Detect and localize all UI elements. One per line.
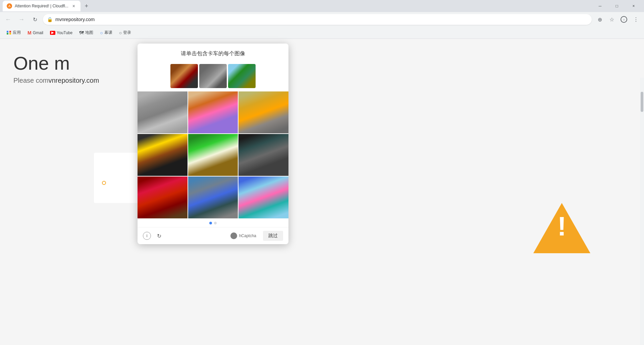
menu-icon[interactable]: ⋮ bbox=[631, 14, 641, 25]
bookmarks-bar: 应用 M Gmail YouTube 🗺 地图 ○ 幕课 ○ 登录 bbox=[0, 27, 644, 39]
domain-text: vnrepository.com bbox=[49, 77, 99, 84]
bookmark-coursera-label: 幕课 bbox=[104, 30, 112, 36]
bookmark-gmail[interactable]: M Gmail bbox=[25, 29, 46, 37]
bookmark-apps[interactable]: 应用 bbox=[4, 28, 23, 37]
maximize-button[interactable]: □ bbox=[609, 1, 625, 11]
grid-image-5[interactable] bbox=[188, 134, 238, 176]
url-text: mvnrepository.com bbox=[55, 17, 95, 22]
bookmark-maps-label: 地图 bbox=[85, 30, 93, 36]
reference-images bbox=[138, 61, 288, 91]
bookmark-star-icon[interactable]: ☆ bbox=[606, 14, 617, 25]
image-grid bbox=[138, 91, 288, 219]
account-icon[interactable]: ○ bbox=[619, 14, 629, 25]
reload-button[interactable]: ↻ bbox=[30, 14, 40, 25]
grid-image-4[interactable] bbox=[138, 134, 187, 176]
scrollbar-thumb[interactable] bbox=[641, 92, 643, 112]
tab-favicon: ⚠ bbox=[7, 3, 12, 9]
active-tab[interactable]: ⚠ Attention Required! | Cloudfl... × bbox=[3, 1, 80, 11]
hcaptcha-label: hCaptcha bbox=[239, 233, 256, 238]
close-button[interactable]: × bbox=[626, 1, 641, 11]
address-bar: ← → ↻ 🔒 mvnrepository.com ⊕ ☆ ○ ⋮ bbox=[0, 12, 644, 27]
grid-image-6[interactable] bbox=[238, 134, 288, 176]
page-title: One m bbox=[13, 52, 631, 74]
warning-icon: ! bbox=[533, 203, 590, 253]
grid-image-8[interactable] bbox=[188, 177, 238, 218]
minimize-button[interactable]: ─ bbox=[592, 1, 608, 11]
back-button[interactable]: ← bbox=[3, 14, 13, 25]
hcaptcha-logo: hCaptcha bbox=[230, 232, 256, 239]
modal-header: 请单击包含卡车的每个图像 bbox=[138, 44, 288, 61]
bookmark-youtube-label: YouTube bbox=[57, 30, 72, 35]
reference-image-1[interactable] bbox=[170, 64, 198, 88]
grid-image-9[interactable] bbox=[238, 177, 288, 218]
url-bar[interactable]: 🔒 mvnrepository.com bbox=[43, 14, 592, 25]
bookmark-login[interactable]: ○ 登录 bbox=[116, 28, 134, 37]
reference-image-3[interactable] bbox=[228, 64, 256, 88]
bookmark-login-label: 登录 bbox=[123, 30, 131, 36]
scrollbar[interactable] bbox=[640, 78, 644, 345]
grid-image-2[interactable] bbox=[188, 91, 238, 133]
forward-button[interactable]: → bbox=[16, 14, 27, 25]
page-background: One m Please comvnrepository.com ! bbox=[0, 39, 644, 345]
circle-indicator bbox=[102, 181, 106, 185]
grid-image-1[interactable] bbox=[138, 91, 187, 133]
captcha-modal: 请单击包含卡车的每个图像 i ↻ hCaptcha 跳过 bbox=[138, 44, 288, 244]
bookmark-youtube[interactable]: YouTube bbox=[47, 29, 75, 37]
pagination-dot-1[interactable] bbox=[209, 222, 212, 224]
info-button[interactable]: i bbox=[143, 232, 151, 240]
pagination-dot-2[interactable] bbox=[214, 222, 217, 224]
bookmark-gmail-label: Gmail bbox=[33, 30, 43, 35]
translate-icon[interactable]: ⊕ bbox=[594, 14, 605, 25]
skip-button[interactable]: 跳过 bbox=[263, 231, 283, 241]
lock-icon: 🔒 bbox=[47, 17, 53, 22]
modal-bottom-bar: i ↻ hCaptcha 跳过 bbox=[138, 227, 288, 244]
title-bar: ⚠ Attention Required! | Cloudfl... × + ─… bbox=[0, 0, 644, 12]
pagination bbox=[138, 219, 288, 227]
grid-image-3[interactable] bbox=[238, 91, 288, 133]
refresh-button[interactable]: ↻ bbox=[155, 232, 163, 240]
reference-image-2[interactable] bbox=[199, 64, 227, 88]
hcaptcha-icon bbox=[230, 232, 237, 239]
window-controls: ─ □ × bbox=[592, 1, 641, 11]
captcha-instruction: 请单击包含卡车的每个图像 bbox=[144, 50, 282, 57]
tab-title: Attention Required! | Cloudfl... bbox=[15, 4, 68, 8]
browser-chrome: ⚠ Attention Required! | Cloudfl... × + ─… bbox=[0, 0, 644, 39]
tab-close-button[interactable]: × bbox=[71, 3, 76, 9]
bookmark-maps[interactable]: 🗺 地图 bbox=[76, 28, 96, 37]
bookmark-apps-label: 应用 bbox=[13, 30, 21, 36]
toolbar-icons: ⊕ ☆ ○ ⋮ bbox=[594, 14, 641, 25]
grid-image-7[interactable] bbox=[138, 177, 187, 218]
bookmark-coursera[interactable]: ○ 幕课 bbox=[97, 28, 115, 37]
new-tab-button[interactable]: + bbox=[82, 1, 91, 11]
page-subtitle: Please comvnrepository.com bbox=[13, 77, 631, 84]
